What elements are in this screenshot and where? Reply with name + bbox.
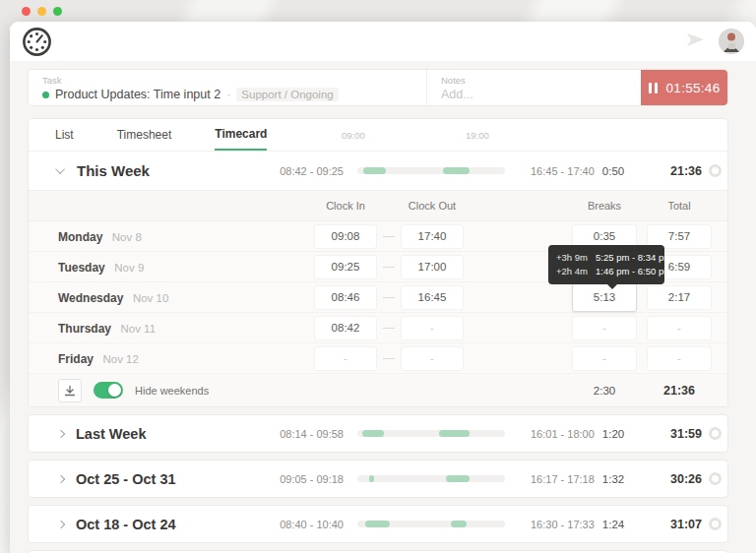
download-button[interactable] — [58, 379, 82, 402]
breaks-cell-focused[interactable]: 5:13 — [572, 282, 637, 312]
toggle-knob — [108, 384, 121, 397]
bar-segment-morning — [369, 475, 374, 482]
week-title: Oct 18 - Oct 24 — [76, 517, 176, 532]
breaks-cell[interactable]: - — [572, 346, 637, 371]
bar-segment-evening — [443, 167, 470, 174]
day-date: Nov 8 — [112, 231, 142, 243]
app-logo-timer-icon[interactable] — [21, 26, 53, 62]
clock-in-range: 08:42 - 09:25 — [259, 165, 344, 177]
bar-segment-evening — [439, 430, 471, 437]
main-content: Task Product Updates: Time input 2 · Sup… — [10, 61, 756, 553]
chevron-right-icon[interactable] — [57, 429, 65, 437]
notes-label: Notes — [441, 75, 631, 86]
zoom-window-icon[interactable] — [53, 7, 62, 16]
total-cell: - — [647, 316, 712, 340]
clock-in-cell[interactable]: 09:08 — [314, 224, 377, 249]
week-options-icon[interactable] — [709, 427, 722, 440]
bar-segment-evening — [451, 521, 468, 527]
week-total-value: 31:59 — [641, 427, 702, 441]
week-total-value: 21:36 — [641, 164, 702, 178]
pause-timer-button[interactable]: 01:55:46 — [641, 70, 727, 105]
table-row-wednesday: Wednesday Nov 10 08:46 16:45 5:13 2:17 — [29, 282, 727, 313]
day-name: Friday — [58, 352, 94, 366]
break-duration: +3h 9m — [556, 251, 588, 265]
task-name[interactable]: Product Updates: Time input 2 — [55, 88, 220, 101]
hide-weekends-toggle[interactable] — [94, 382, 123, 399]
total-cell: - — [647, 346, 712, 371]
daily-coverage-bar — [357, 475, 505, 482]
axis-tick-1900: 19:00 — [466, 119, 489, 151]
clock-out-cell[interactable]: 17:00 — [401, 255, 464, 279]
minimize-window-icon[interactable] — [37, 7, 46, 16]
notes-field[interactable]: Notes Add... — [426, 70, 641, 105]
task-label: Task — [42, 75, 416, 86]
clock-in-range: 08:14 - 09:58 — [259, 428, 344, 440]
week-row-last-week[interactable]: Last Week 08:14 - 09:58 16:01 - 18:00 1:… — [28, 414, 728, 453]
tab-list[interactable]: List — [55, 119, 74, 151]
window-controls — [22, 7, 62, 16]
clock-out-cell[interactable]: - — [401, 316, 464, 340]
week-options-icon[interactable] — [709, 472, 722, 485]
chevron-down-icon[interactable] — [55, 164, 65, 174]
dash-separator — [383, 328, 395, 329]
clock-out-cell[interactable]: - — [401, 346, 464, 371]
clock-in-cell[interactable]: 08:46 — [314, 285, 377, 310]
grand-total: 21:36 — [647, 384, 712, 398]
notes-placeholder[interactable]: Add... — [441, 88, 631, 101]
hide-weekends-label: Hide weekends — [135, 385, 209, 397]
column-header-total: Total — [647, 200, 712, 212]
week-options-icon[interactable] — [709, 164, 722, 177]
breaks-cell[interactable]: - — [572, 316, 637, 340]
tab-timecard[interactable]: Timecard — [215, 119, 267, 151]
clock-out-range: 16:01 - 18:00 — [517, 428, 586, 440]
close-window-icon[interactable] — [22, 7, 31, 16]
timer-value: 01:55:46 — [666, 81, 721, 95]
clock-in-cell[interactable]: 09:25 — [314, 255, 377, 279]
table-footer-row: Hide weekends 2:30 21:36 — [29, 374, 727, 406]
user-avatar[interactable] — [719, 29, 744, 54]
day-name: Thursday — [58, 322, 111, 336]
this-week-row[interactable]: This Week 08:42 - 09:25 16:45 - 17:40 0:… — [29, 152, 727, 191]
bar-segment-morning — [363, 167, 386, 174]
clock-in-cell[interactable]: 08:42 — [314, 316, 377, 340]
week-row-oct25-31[interactable]: Oct 25 - Oct 31 09:05 - 09:18 16:17 - 17… — [28, 460, 728, 498]
day-label: Wednesday Nov 10 — [58, 288, 314, 306]
send-feedback-icon[interactable] — [685, 31, 705, 52]
chevron-right-icon[interactable] — [57, 474, 65, 482]
daily-coverage-bar — [357, 167, 505, 174]
view-tabs: List Timesheet Timecard 09:00 19:00 — [29, 119, 727, 152]
column-header-clock-out: Clock Out — [401, 200, 464, 212]
week-total-value: 30:26 — [641, 472, 702, 486]
break-range: 1:46 pm - 6:50 pm — [596, 265, 671, 278]
clock-in-cell[interactable]: - — [314, 346, 377, 371]
bar-segment-evening — [446, 475, 470, 482]
day-name: Monday — [58, 230, 102, 244]
week-row-oct18-24[interactable]: Oct 18 - Oct 24 08:40 - 10:40 16:30 - 17… — [28, 505, 728, 543]
break-duration: +2h 4m — [556, 265, 588, 278]
daily-coverage-bar — [357, 521, 505, 527]
clock-out-range: 16:30 - 17:33 — [517, 519, 586, 530]
day-label: Monday Nov 8 — [58, 227, 314, 245]
dash-separator — [383, 297, 395, 298]
week-options-icon[interactable] — [709, 518, 722, 530]
clock-out-range: 16:17 - 17:18 — [517, 473, 586, 485]
breaks-total: 2:30 — [572, 385, 637, 397]
clock-out-range: 16:45 - 17:40 — [517, 165, 586, 177]
week-title: Last Week — [76, 426, 146, 442]
bar-segment-morning — [362, 430, 385, 437]
week-total-value: 31:07 — [641, 518, 702, 531]
column-header-clock-in: Clock In — [314, 200, 377, 212]
task-separator: · — [226, 88, 230, 101]
week-breaks-value: 0:50 — [586, 165, 641, 177]
table-row-friday: Friday Nov 12 - - - - — [29, 343, 727, 374]
dash-separator — [383, 267, 395, 268]
tab-timesheet[interactable]: Timesheet — [117, 119, 172, 151]
task-project-chip[interactable]: Support / Ongoing — [236, 88, 338, 101]
clock-out-cell[interactable]: 16:45 — [401, 285, 464, 310]
task-field[interactable]: Task Product Updates: Time input 2 · Sup… — [29, 70, 426, 105]
bar-segment-morning — [365, 521, 391, 527]
pause-icon — [649, 83, 658, 93]
chevron-right-icon[interactable] — [57, 520, 65, 527]
breaks-tooltip: +3h 9m 5:25 pm - 8:34 pm +2h 4m 1:46 pm … — [548, 245, 664, 284]
clock-out-cell[interactable]: 17:40 — [401, 224, 464, 249]
